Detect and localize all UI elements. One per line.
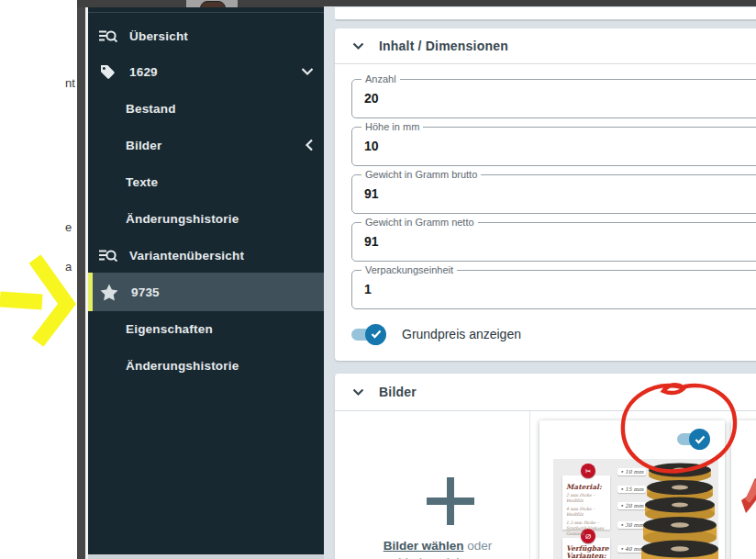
anzahl-field[interactable]: Anzahl 20 <box>351 79 756 118</box>
sidebar-item-label: Bestand <box>126 102 176 116</box>
plus-icon <box>427 477 474 525</box>
sidebar-item-label: 1629 <box>129 65 158 79</box>
red-badge-icon: ✂ <box>581 464 595 478</box>
clipped-text-fragment: e <box>65 220 77 234</box>
toggle-thumb <box>689 429 710 450</box>
field-value: 20 <box>364 91 379 106</box>
sidebar-item-label: Variantenübersicht <box>129 249 244 263</box>
material-title: Material: <box>566 483 602 491</box>
sidebar-item-bilder[interactable]: Bilder <box>88 127 324 163</box>
field-label: Anzahl <box>361 73 400 84</box>
field-value: 91 <box>364 186 379 201</box>
field-label: Verpackungseinheit <box>361 264 457 275</box>
sidebar-item-aenderungshistorie[interactable]: Änderungshistorie <box>88 200 324 237</box>
choose-images-link[interactable]: Bilder wählen <box>384 539 464 553</box>
chevron-down-icon[interactable] <box>301 67 314 76</box>
variants-title: Verfügbare Varianten: <box>566 545 606 559</box>
grundpreis-toggle-row: Grundpreis anzeigen <box>351 321 521 347</box>
section-title: Inhalt / Dimensionen <box>379 39 508 53</box>
sidebar-item-aenderungshistorie-2[interactable]: Änderungshistorie <box>88 347 324 384</box>
foam-rings-graphic <box>638 459 718 559</box>
sidebar-item-bestand[interactable]: Bestand <box>88 90 324 127</box>
window-edge <box>77 0 85 559</box>
product-image-tile[interactable]: ✂ Ø Material: 2 mm Dicke – Weißfilz 4 mm… <box>539 420 725 559</box>
sidebar-item-label: Änderungshistorie <box>126 359 239 373</box>
field-label: Höhe in mm <box>361 121 423 132</box>
field-value: 1 <box>364 282 372 296</box>
sidebar-item-1629[interactable]: 1629 <box>88 53 324 90</box>
screenshot-root: nt e a Übersicht 1629 Bestand <box>0 0 756 559</box>
sidebar-item-label: Eigenschaften <box>126 322 213 336</box>
sidebar-item-label: Texte <box>126 175 158 189</box>
image-active-toggle[interactable] <box>677 433 706 445</box>
sidebar-bottom-edge <box>88 554 324 559</box>
sidebar-item-uebersicht[interactable]: Übersicht <box>88 17 324 54</box>
list-search-icon <box>97 247 117 263</box>
product-image: ✂ Ø Material: 2 mm Dicke – Weißfilz 4 mm… <box>553 459 718 559</box>
field-label: Gewicht in Gramm netto <box>361 217 478 228</box>
sidebar-item-texte[interactable]: Texte <box>88 163 324 200</box>
tag-icon <box>97 63 117 80</box>
image-upload-dropzone[interactable]: Bilder wählen oder hierher ziehen <box>335 411 530 559</box>
sidebar-item-variantenuebersicht[interactable]: Variantenübersicht <box>88 237 324 274</box>
gewicht-netto-field[interactable]: Gewicht in Gramm netto 91 <box>351 222 756 262</box>
verpackungseinheit-field[interactable]: Verpackungseinheit 1 <box>351 270 756 309</box>
list-search-icon <box>97 28 117 44</box>
or-text: oder <box>464 539 493 553</box>
sidebar-item-label: Änderungshistorie <box>126 212 239 226</box>
grundpreis-toggle[interactable] <box>351 329 383 341</box>
chevron-down-icon[interactable] <box>352 42 364 50</box>
sidebar-item-eigenschaften[interactable]: Eigenschaften <box>88 310 324 347</box>
sidebar-item-9735[interactable]: 9735 <box>88 273 324 311</box>
avatar-photo-fragment <box>186 0 238 7</box>
previous-card-fragment <box>335 7 756 21</box>
section-header[interactable]: Bilder <box>335 374 756 411</box>
person-head <box>200 1 226 7</box>
chevron-left-icon[interactable] <box>305 139 314 151</box>
section-header[interactable]: Inhalt / Dimensionen <box>335 28 756 64</box>
clipped-text-fragment: nt <box>65 76 77 90</box>
red-arrow-graphic-fragment <box>739 478 756 519</box>
star-icon <box>99 284 119 301</box>
next-image-tile-sliver[interactable] <box>731 420 756 559</box>
chevron-down-icon[interactable] <box>352 388 364 397</box>
field-value: 91 <box>364 234 379 249</box>
field-value: 10 <box>364 139 379 153</box>
clipped-text-fragment: a <box>65 260 77 274</box>
sidebar-item-label: 9735 <box>131 285 160 299</box>
section-title: Bilder <box>379 385 417 399</box>
sidebar-item-label: Übersicht <box>129 29 188 43</box>
drag-here-text: hierher ziehen <box>335 555 529 559</box>
variant-sidebar: Übersicht 1629 Bestand Bilder Texte <box>88 7 324 554</box>
toggle-label: Grundpreis anzeigen <box>402 327 521 341</box>
field-label: Gewicht in Gramm brutto <box>361 169 481 180</box>
sidebar-item-label: Bilder <box>126 139 161 152</box>
section-inhalt-dimensionen: Inhalt / Dimensionen Anzahl 20 Höhe in m… <box>335 28 756 361</box>
gewicht-brutto-field[interactable]: Gewicht in Gramm brutto 91 <box>351 174 756 214</box>
material-lines: 2 mm Dicke – Weißfilz 4 mm Dicke – Weißf… <box>566 493 606 540</box>
section-bilder: Bilder Bilder wählen oder hierher ziehen… <box>335 374 756 559</box>
toggle-thumb <box>365 324 386 345</box>
hoehe-field[interactable]: Höhe in mm 10 <box>351 127 756 166</box>
yellow-arrow-annotation <box>0 259 67 342</box>
